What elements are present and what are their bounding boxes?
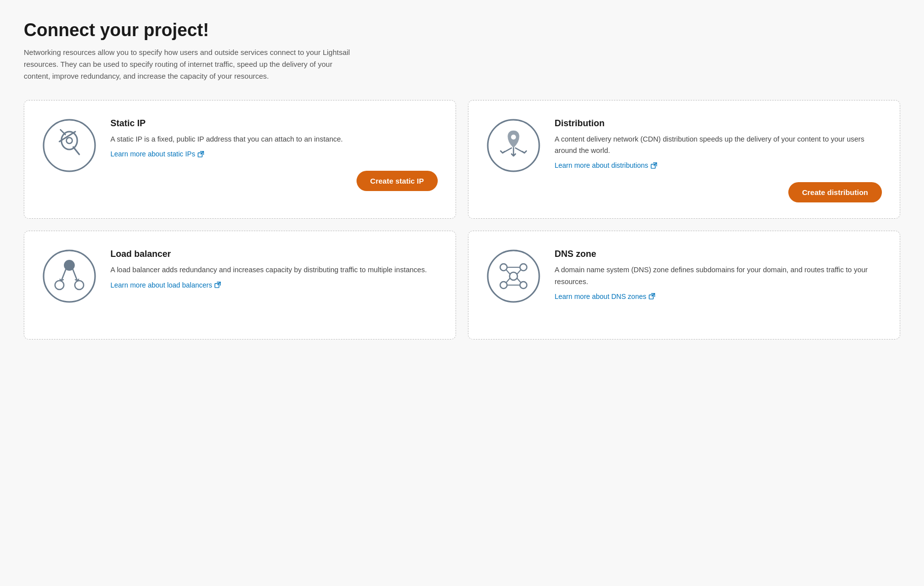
dns-zone-description: A domain name system (DNS) zone defines … xyxy=(555,264,882,287)
static-ip-description: A static IP is a fixed, public IP addres… xyxy=(110,134,438,145)
svg-point-28 xyxy=(520,282,527,289)
cards-grid: Static IP A static IP is a fixed, public… xyxy=(24,100,900,340)
svg-point-26 xyxy=(520,264,527,271)
load-balancer-learn-more-link[interactable]: Learn more about load balancers xyxy=(110,281,438,289)
external-link-icon xyxy=(651,162,657,169)
static-ip-learn-more-link[interactable]: Learn more about static IPs xyxy=(110,150,438,158)
external-link-icon xyxy=(198,151,204,157)
distribution-actions: Create distribution xyxy=(555,174,882,202)
static-ip-icon xyxy=(42,118,97,173)
static-ip-title: Static IP xyxy=(110,118,438,129)
svg-point-2 xyxy=(66,138,72,144)
svg-point-18 xyxy=(75,281,84,290)
create-static-ip-button[interactable]: Create static IP xyxy=(357,171,438,191)
load-balancer-title: Load balancer xyxy=(110,249,438,259)
external-link-icon xyxy=(214,282,221,288)
page-title: Connect your project! xyxy=(24,20,900,41)
create-distribution-button[interactable]: Create distribution xyxy=(788,182,882,202)
load-balancer-description: A load balancer adds redundancy and incr… xyxy=(110,264,438,276)
load-balancer-icon xyxy=(42,249,97,303)
dns-zone-icon xyxy=(486,249,541,303)
svg-point-15 xyxy=(44,250,95,302)
dns-zone-content: DNS zone A domain name system (DNS) zone… xyxy=(555,249,882,300)
static-ip-actions: Create static IP xyxy=(110,163,438,191)
load-balancer-content: Load balancer A load balancer adds redun… xyxy=(110,249,438,289)
dns-zone-title: DNS zone xyxy=(555,249,882,259)
page-subtitle: Networking resources allow you to specif… xyxy=(24,47,360,82)
dns-zone-card: DNS zone A domain name system (DNS) zone… xyxy=(468,231,900,340)
static-ip-content: Static IP A static IP is a fixed, public… xyxy=(110,118,438,191)
load-balancer-card: Load balancer A load balancer adds redun… xyxy=(24,231,456,340)
distribution-icon xyxy=(486,118,541,173)
distribution-card: Distribution A content delivery network … xyxy=(468,100,900,219)
svg-point-9 xyxy=(511,135,516,140)
distribution-content: Distribution A content delivery network … xyxy=(555,118,882,202)
distribution-description: A content delivery network (CDN) distrib… xyxy=(555,134,882,156)
external-link-icon xyxy=(649,293,655,299)
svg-point-27 xyxy=(500,282,507,289)
distribution-title: Distribution xyxy=(555,118,882,129)
distribution-learn-more-link[interactable]: Learn more about distributions xyxy=(555,161,882,169)
svg-point-25 xyxy=(500,264,507,271)
static-ip-card: Static IP A static IP is a fixed, public… xyxy=(24,100,456,219)
dns-zone-learn-more-link[interactable]: Learn more about DNS zones xyxy=(555,293,882,300)
svg-point-24 xyxy=(510,272,517,280)
svg-point-17 xyxy=(55,281,64,290)
